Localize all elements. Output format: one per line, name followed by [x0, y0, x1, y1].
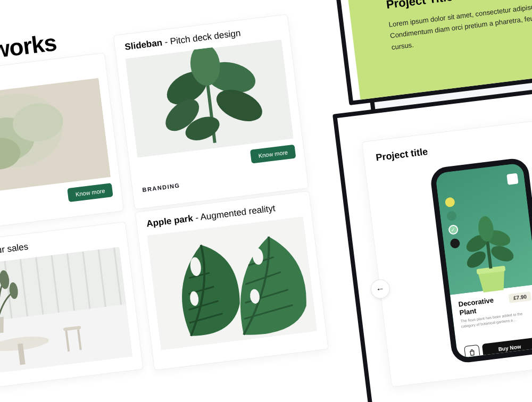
works-heading: works: [0, 29, 58, 64]
price-badge: £7.90: [509, 291, 531, 303]
phone-info: Decorative Plant £7.90 The ficus plant h…: [450, 284, 532, 364]
phone-mockup: ✓: [429, 157, 532, 364]
card-video[interactable]: g video app Know more: [0, 53, 124, 232]
phone-hero: ✓: [435, 163, 532, 295]
prev-arrow-button[interactable]: ←: [370, 278, 391, 299]
svg-point-41: [464, 248, 488, 271]
bag-icon: [468, 348, 476, 357]
product-image: [455, 207, 523, 298]
card-apple[interactable]: Apple park - Augmented realityt: [135, 191, 329, 371]
card-slideban-image: [125, 39, 294, 158]
card-video-image: [0, 78, 111, 197]
phone-panel: Project title ← ✓: [332, 81, 532, 402]
arrow-left-icon: ←: [376, 284, 385, 295]
card-sales-image: [0, 246, 133, 376]
lime-panel: Project Title Lorem ipsum dolor sit amet…: [332, 0, 532, 105]
svg-point-42: [489, 243, 516, 264]
project-title: Project title: [375, 128, 532, 164]
swatch-yellow[interactable]: [444, 197, 455, 207]
card-sales[interactable]: Track your sales: [0, 221, 144, 390]
know-more-button[interactable]: Know more: [250, 145, 296, 164]
card-slideban[interactable]: Slideban - Pitch deck design Know more B…: [113, 14, 309, 210]
card-apple-image: [147, 216, 318, 351]
check-icon: ✓: [451, 227, 455, 233]
buy-now-button[interactable]: Buy Now: [481, 338, 532, 358]
know-more-button[interactable]: Know more: [68, 183, 113, 202]
avatar[interactable]: [506, 173, 518, 185]
wishlist-button[interactable]: [463, 345, 480, 361]
project-card: Project title ← ✓: [362, 114, 532, 387]
